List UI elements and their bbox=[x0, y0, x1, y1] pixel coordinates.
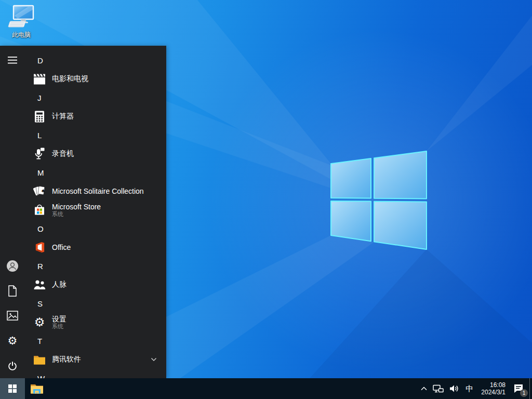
hamburger-menu-icon[interactable] bbox=[6, 54, 19, 66]
movies-tv-icon bbox=[33, 73, 46, 85]
clock-date: 2024/3/1 bbox=[481, 389, 506, 396]
section-letter-label: J bbox=[37, 94, 42, 102]
desktop-icon-label: 此电脑 bbox=[4, 31, 38, 39]
ime-indicator[interactable]: 中 bbox=[462, 378, 477, 399]
file-explorer-button[interactable] bbox=[25, 378, 49, 399]
taskbar-clock[interactable]: 16:08 2024/3/1 bbox=[477, 378, 510, 399]
app-item-settings[interactable]: ⚙ 设置 系统 bbox=[33, 313, 166, 331]
app-item-people[interactable]: 人脉 bbox=[33, 275, 166, 294]
network-icon bbox=[433, 384, 444, 393]
folder-icon bbox=[33, 353, 46, 366]
app-label: Microsoft Solitaire Collection bbox=[52, 187, 144, 195]
calculator-icon bbox=[33, 110, 46, 123]
action-center-button[interactable]: 1 bbox=[510, 378, 529, 399]
app-item-movies-tv[interactable]: 电影和电视 bbox=[33, 70, 166, 88]
section-letter-label: T bbox=[37, 337, 42, 345]
app-label: 人脉 bbox=[52, 280, 66, 289]
people-icon bbox=[33, 278, 46, 291]
settings-icon[interactable]: ⚙ bbox=[6, 335, 19, 347]
documents-icon[interactable] bbox=[6, 285, 19, 297]
app-item-solitaire[interactable]: ♠ Microsoft Solitaire Collection bbox=[33, 182, 166, 201]
app-label: Microsoft Store bbox=[52, 203, 101, 211]
section-letter-o[interactable]: O bbox=[33, 219, 166, 238]
volume-tray-button[interactable] bbox=[447, 378, 462, 399]
section-letter-label: L bbox=[37, 131, 42, 140]
show-desktop-button[interactable] bbox=[529, 378, 532, 399]
app-item-voice-recorder[interactable]: 录音机 bbox=[33, 144, 166, 163]
power-icon[interactable] bbox=[6, 360, 19, 372]
section-letter-label: D bbox=[37, 56, 43, 65]
section-letter-t[interactable]: T bbox=[33, 331, 166, 350]
clock-time: 16:08 bbox=[490, 381, 506, 389]
start-menu-app-list: D 电影和电视 J bbox=[25, 46, 166, 378]
svg-text:♠: ♠ bbox=[41, 188, 45, 194]
desktop: 此电脑 ⚙ bbox=[0, 0, 532, 399]
start-button[interactable] bbox=[0, 378, 25, 399]
this-pc-icon bbox=[7, 4, 35, 30]
app-label: 电影和电视 bbox=[52, 74, 88, 84]
chevron-down-icon[interactable] bbox=[151, 357, 157, 362]
app-item-microsoft-store[interactable]: Microsoft Store 系统 bbox=[33, 201, 166, 219]
app-label: Office bbox=[52, 243, 71, 251]
section-letter-label: M bbox=[37, 168, 44, 177]
section-letter-label: O bbox=[37, 224, 44, 233]
chevron-up-icon bbox=[420, 386, 428, 391]
network-tray-button[interactable] bbox=[430, 378, 447, 399]
section-letter-j[interactable]: J bbox=[33, 88, 166, 107]
app-subtitle: 系统 bbox=[52, 323, 66, 330]
app-label: 录音机 bbox=[52, 149, 74, 158]
voice-recorder-icon bbox=[33, 148, 46, 160]
app-label: 设置 bbox=[52, 315, 66, 323]
volume-icon bbox=[449, 384, 459, 393]
notification-badge: 1 bbox=[520, 389, 528, 397]
section-letter-m[interactable]: M bbox=[33, 163, 166, 182]
office-icon bbox=[33, 241, 46, 254]
taskbar-empty-area[interactable] bbox=[49, 378, 418, 399]
app-item-office[interactable]: Office bbox=[33, 238, 166, 257]
section-letter-label: S bbox=[37, 299, 43, 308]
app-label: 计算器 bbox=[52, 112, 74, 121]
section-letter-label: R bbox=[37, 262, 43, 271]
settings-gear-icon: ⚙ bbox=[33, 316, 46, 328]
section-letter-s[interactable]: S bbox=[33, 294, 166, 313]
section-letter-d[interactable]: D bbox=[33, 51, 166, 70]
taskbar: 中 16:08 2024/3/1 1 bbox=[0, 378, 532, 399]
user-account-icon[interactable] bbox=[6, 260, 19, 272]
desktop-icon-this-pc[interactable]: 此电脑 bbox=[4, 4, 38, 39]
section-letter-label: W bbox=[37, 374, 45, 379]
app-item-calculator[interactable]: 计算器 bbox=[33, 107, 166, 126]
section-letter-w[interactable]: W bbox=[33, 369, 166, 378]
start-menu: ⚙ D 电影和电视 bbox=[0, 46, 166, 378]
file-explorer-icon bbox=[30, 383, 44, 394]
windows-logo-icon bbox=[8, 384, 17, 393]
system-tray: 中 16:08 2024/3/1 1 bbox=[418, 378, 532, 399]
pictures-icon[interactable] bbox=[6, 310, 19, 322]
app-folder-tencent[interactable]: 腾讯软件 bbox=[33, 350, 166, 369]
store-icon bbox=[33, 204, 46, 216]
solitaire-icon: ♠ bbox=[33, 185, 46, 197]
app-subtitle: 系统 bbox=[52, 211, 101, 218]
hidden-icons-button[interactable] bbox=[418, 378, 430, 399]
start-menu-rail: ⚙ bbox=[0, 46, 25, 378]
section-letter-l[interactable]: L bbox=[33, 126, 166, 144]
app-label: 腾讯软件 bbox=[52, 355, 81, 364]
section-letter-r[interactable]: R bbox=[33, 257, 166, 275]
